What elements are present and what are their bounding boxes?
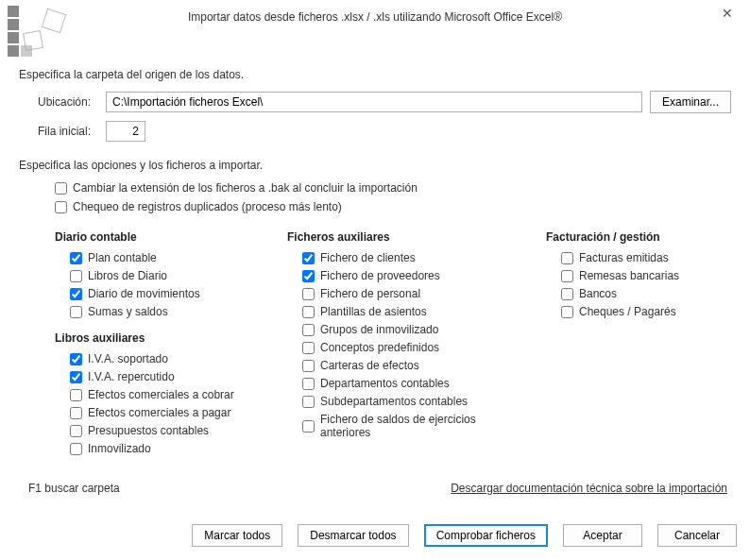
list-item[interactable]: Departamentos contables — [302, 377, 521, 390]
column-left: Diario contable Plan contableLibros de D… — [55, 230, 263, 468]
list-item[interactable]: Efectos comerciales a cobrar — [70, 388, 263, 401]
checkbox[interactable] — [302, 420, 315, 433]
button-bar: Marcar todos Desmarcar todos Comprobar f… — [0, 524, 750, 547]
start-row-label: Fila inicial: — [19, 125, 106, 138]
checkbox-label: Grupos de inmovilizado — [320, 323, 438, 336]
list-item[interactable]: Fichero de saldos de ejercicios anterior… — [302, 413, 521, 439]
checkbox[interactable] — [561, 306, 573, 318]
checkbox-label: Libros de Diario — [88, 269, 167, 282]
svg-rect-5 — [8, 45, 19, 57]
checkbox[interactable] — [55, 182, 67, 195]
column-middle: Ficheros auxiliares Fichero de clientesF… — [287, 230, 521, 468]
group-heading-diario: Diario contable — [55, 230, 263, 244]
list-item[interactable]: Bancos — [561, 287, 731, 300]
checkbox[interactable] — [70, 270, 82, 282]
checkbox-label: Cambiar la extensión de los ficheros a .… — [73, 181, 418, 195]
checkbox[interactable] — [302, 360, 315, 372]
checkbox-label: Plan contable — [88, 251, 157, 264]
checkbox-label: Conceptos predefinidos — [320, 341, 439, 354]
checkbox-label: Sumas y saldos — [88, 305, 168, 318]
checkbox[interactable] — [70, 389, 82, 401]
checkbox-label: Fichero de clientes — [320, 251, 416, 264]
checkbox-label: Fichero de proveedores — [320, 269, 440, 282]
list-item[interactable]: Sumas y saldos — [70, 305, 263, 318]
list-item[interactable]: I.V.A. repercutido — [70, 370, 263, 383]
checkbox-label: Bancos — [579, 287, 617, 300]
doc-download-link[interactable]: Descargar documentación técnica sobre la… — [451, 482, 727, 495]
checkbox[interactable] — [70, 252, 82, 264]
list-item[interactable]: Presupuestos contables — [70, 424, 263, 437]
checkbox[interactable] — [302, 306, 315, 318]
close-icon[interactable]: ✕ — [716, 4, 739, 23]
checkbox-label: Facturas emitidas — [579, 251, 669, 264]
opt-bak-extension[interactable]: Cambiar la extensión de los ficheros a .… — [55, 181, 731, 195]
checkbox[interactable] — [561, 270, 573, 282]
list-item[interactable]: Remesas bancarias — [561, 269, 731, 282]
ok-button[interactable]: Aceptar — [563, 524, 642, 547]
list-item[interactable]: Plan contable — [70, 251, 263, 264]
list-item[interactable]: I.V.A. soportado — [70, 352, 263, 365]
checkbox[interactable] — [70, 353, 82, 365]
checkbox[interactable] — [302, 342, 315, 354]
check-files-button[interactable]: Comprobar ficheros — [424, 524, 548, 547]
checkbox[interactable] — [561, 288, 573, 300]
footer-line: F1 buscar carpeta Descargar documentació… — [19, 482, 731, 495]
list-item[interactable]: Inmovilizado — [70, 442, 263, 455]
checkbox-label: Carteras de efectos — [320, 359, 419, 372]
checkbox-label: Subdepartamentos contables — [320, 395, 468, 408]
group-items-diario: Plan contableLibros de DiarioDiario de m… — [55, 251, 263, 318]
checkbox[interactable] — [70, 306, 82, 318]
checkbox[interactable] — [70, 371, 82, 383]
start-row-input[interactable] — [106, 121, 145, 142]
checkbox[interactable] — [561, 252, 573, 264]
checkbox[interactable] — [55, 201, 67, 213]
list-item[interactable]: Efectos comerciales a pagar — [70, 406, 263, 419]
group-heading-libros: Libros auxiliares — [55, 331, 263, 345]
list-item[interactable]: Cheques / Pagarés — [561, 305, 731, 318]
checkbox[interactable] — [302, 396, 315, 408]
list-item[interactable]: Carteras de efectos — [302, 359, 521, 372]
checkbox[interactable] — [302, 288, 315, 300]
footer-hint: F1 buscar carpeta — [28, 482, 120, 495]
svg-rect-6 — [21, 45, 32, 57]
checkbox[interactable] — [70, 407, 82, 419]
location-label: Ubicación: — [19, 95, 106, 109]
location-input[interactable] — [106, 92, 642, 112]
group-heading-facturacion: Facturación / gestión — [546, 230, 731, 244]
opt-duplicate-check[interactable]: Chequeo de registros duplicados (proceso… — [55, 200, 731, 213]
checkbox[interactable] — [70, 425, 82, 437]
checkbox[interactable] — [302, 378, 315, 390]
start-row-row: Fila inicial: — [19, 121, 731, 142]
list-item[interactable]: Fichero de proveedores — [302, 269, 521, 282]
group-heading-ficheros: Ficheros auxiliares — [287, 230, 521, 244]
cancel-button[interactable]: Cancelar — [657, 524, 737, 547]
list-item[interactable]: Grupos de inmovilizado — [302, 323, 521, 336]
list-item[interactable]: Libros de Diario — [70, 269, 263, 282]
checkbox[interactable] — [70, 288, 82, 300]
content-area: Especifica la carpeta del origen de los … — [9, 36, 741, 495]
section-source-label: Especifica la carpeta del origen de los … — [19, 68, 731, 81]
list-item[interactable]: Subdepartamentos contables — [302, 395, 521, 408]
checkbox[interactable] — [70, 443, 82, 455]
checkbox[interactable] — [302, 324, 315, 336]
checkbox-label: Departamentos contables — [320, 377, 450, 390]
mark-all-button[interactable]: Marcar todos — [192, 524, 282, 547]
browse-button[interactable]: Examinar... — [650, 91, 731, 113]
checkbox-label: Diario de movimientos — [88, 287, 200, 300]
list-item[interactable]: Fichero de personal — [302, 287, 521, 300]
list-item[interactable]: Plantillas de asientos — [302, 305, 521, 318]
checkbox-label: Chequeo de registros duplicados (proceso… — [73, 200, 342, 213]
checkbox[interactable] — [302, 270, 315, 282]
checkbox[interactable] — [302, 252, 315, 264]
section-options-label: Especifica las opciones y los ficheros a… — [19, 159, 731, 172]
group-items-libros: I.V.A. soportadoI.V.A. repercutidoEfecto… — [55, 352, 263, 455]
unmark-all-button[interactable]: Desmarcar todos — [298, 524, 408, 547]
checkbox-label: Plantillas de asientos — [320, 305, 427, 318]
list-item[interactable]: Conceptos predefinidos — [302, 341, 521, 354]
list-item[interactable]: Facturas emitidas — [561, 251, 731, 264]
checkbox-label: Presupuestos contables — [88, 424, 209, 437]
options-block: Especifica las opciones y los ficheros a… — [19, 159, 731, 468]
checkbox-label: I.V.A. repercutido — [88, 370, 175, 383]
list-item[interactable]: Diario de movimientos — [70, 287, 263, 300]
list-item[interactable]: Fichero de clientes — [302, 251, 521, 264]
